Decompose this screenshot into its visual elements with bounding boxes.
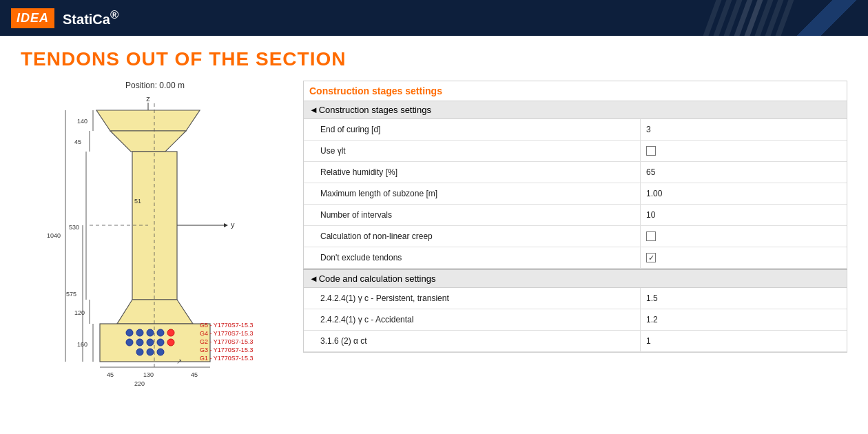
svg-point-34 [157, 329, 164, 336]
svg-point-38 [147, 339, 154, 346]
svg-point-39 [157, 339, 164, 346]
svg-text:130: 130 [143, 371, 154, 378]
field-label-alpha-ct: 3.1.6 (2) α ct [304, 333, 640, 349]
settings-panel: Construction stages settings ◄ Construct… [303, 77, 847, 433]
field-value-persistent-transient[interactable]: 1.5 [640, 288, 847, 309]
app-header: IDEA StatiCa® [0, 0, 868, 36]
section-label-code: Code and calculation settings [319, 273, 436, 284]
logo-statica-text: StatiCa® [63, 8, 118, 28]
field-exclude-tendons: Don't exclude tendons ✓ [304, 247, 847, 269]
field-persistent-transient: 2.4.2.4(1) γ c - Persistent, transient 1… [304, 288, 847, 309]
field-value-accidental[interactable]: 1.2 [640, 309, 847, 330]
section-label-construction: Construction stages settings [319, 105, 431, 115]
svg-text:G5 - Y1770S7-15.3: G5 - Y1770S7-15.3 [200, 322, 253, 329]
checkbox-use-ylt[interactable] [646, 146, 656, 156]
section-header-construction: ◄ Construction stages settings [304, 101, 847, 119]
field-accidental: 2.4.2.4(1) γ c - Accidental 1.2 [304, 309, 847, 331]
svg-text:G1 - Y1770S7-15.3: G1 - Y1770S7-15.3 [200, 355, 253, 362]
page-title: TENDONS OUT OF THE SECTION [0, 36, 868, 77]
field-value-max-subzone[interactable]: 1.00 [640, 183, 847, 204]
svg-point-36 [126, 339, 133, 346]
svg-text:45: 45 [74, 138, 81, 145]
logo-reg: ® [110, 8, 118, 21]
logo-box: IDEA [11, 8, 54, 28]
diagram-area: Position: 0.00 m z y [21, 77, 289, 433]
field-label-max-subzone: Maximum length of subzone [m] [304, 186, 640, 201]
field-label-end-of-curing: End of curing [d] [304, 122, 640, 137]
field-value-nonlinear-creep[interactable] [640, 226, 847, 247]
svg-text:↗: ↗ [176, 358, 182, 365]
svg-point-32 [136, 329, 143, 336]
panel-title: Construction stages settings [303, 81, 847, 101]
svg-text:G2 - Y1770S7-15.3: G2 - Y1770S7-15.3 [200, 338, 253, 345]
svg-point-40 [167, 339, 174, 346]
position-label: Position: 0.00 m [125, 81, 185, 90]
checkbox-nonlinear-creep[interactable] [646, 231, 656, 241]
svg-text:575: 575 [66, 291, 76, 298]
svg-point-42 [147, 349, 154, 355]
svg-marker-7 [117, 300, 193, 324]
svg-marker-4 [96, 110, 200, 131]
svg-text:120: 120 [74, 309, 85, 316]
field-relative-humidity: Relative humidity [%] 65 [304, 162, 847, 183]
svg-text:G4 - Y1770S7-15.3: G4 - Y1770S7-15.3 [200, 330, 253, 337]
field-max-subzone: Maximum length of subzone [m] 1.00 [304, 183, 847, 205]
logo-area: IDEA StatiCa® [11, 8, 118, 28]
field-value-exclude-tendons[interactable]: ✓ [640, 247, 847, 268]
svg-text:1040: 1040 [47, 232, 61, 239]
field-label-use-ylt: Use γlt [304, 143, 640, 158]
field-value-num-intervals[interactable]: 10 [640, 205, 847, 225]
svg-marker-5 [110, 131, 186, 152]
field-label-accidental: 2.4.2.4(1) γ c - Accidental [304, 312, 640, 327]
content-area: Position: 0.00 m z y [0, 77, 868, 433]
svg-text:z: z [146, 94, 150, 103]
svg-text:G3 - Y1770S7-15.3: G3 - Y1770S7-15.3 [200, 347, 253, 353]
svg-text:45: 45 [191, 371, 198, 378]
svg-text:y: y [231, 220, 235, 229]
section-diagram: z y [28, 93, 282, 389]
field-alpha-ct: 3.1.6 (2) α ct 1 [304, 331, 847, 352]
svg-text:51: 51 [134, 198, 141, 205]
svg-text:530: 530 [69, 224, 79, 231]
field-value-use-ylt[interactable] [640, 141, 847, 161]
svg-text:45: 45 [107, 371, 114, 378]
svg-point-35 [167, 329, 174, 336]
svg-point-37 [136, 339, 143, 346]
field-use-ylt: Use γlt [304, 141, 847, 162]
svg-point-41 [136, 349, 143, 355]
field-value-relative-humidity[interactable]: 65 [640, 162, 847, 183]
field-label-nonlinear-creep: Calculation of non-linear creep [304, 229, 640, 244]
field-nonlinear-creep: Calculation of non-linear creep [304, 226, 847, 247]
svg-point-33 [147, 329, 154, 336]
header-decoration [703, 0, 827, 36]
svg-rect-8 [100, 324, 210, 362]
field-label-relative-humidity: Relative humidity [%] [304, 165, 640, 180]
section-header-code: ◄ Code and calculation settings [304, 269, 847, 288]
section-collapse-arrow-2[interactable]: ◄ [309, 273, 316, 284]
svg-point-43 [157, 349, 164, 355]
field-label-persistent-transient: 2.4.2.4(1) γ c - Persistent, transient [304, 291, 640, 306]
field-num-intervals: Number of intervals 10 [304, 205, 847, 226]
field-label-num-intervals: Number of intervals [304, 207, 640, 223]
field-label-exclude-tendons: Don't exclude tendons [304, 250, 640, 265]
field-value-alpha-ct[interactable]: 1 [640, 331, 847, 351]
settings-table: ◄ Construction stages settings End of cu… [303, 101, 847, 353]
section-collapse-arrow-1[interactable]: ◄ [309, 105, 316, 115]
svg-rect-6 [132, 152, 177, 300]
svg-point-31 [126, 329, 133, 336]
svg-text:160: 160 [77, 341, 87, 348]
field-value-end-of-curing[interactable]: 3 [640, 119, 847, 140]
svg-text:140: 140 [77, 118, 87, 125]
field-end-of-curing: End of curing [d] 3 [304, 119, 847, 141]
checkbox-exclude-tendons[interactable]: ✓ [646, 253, 656, 262]
svg-text:220: 220 [134, 380, 145, 387]
logo-idea-text: IDEA [17, 11, 49, 25]
